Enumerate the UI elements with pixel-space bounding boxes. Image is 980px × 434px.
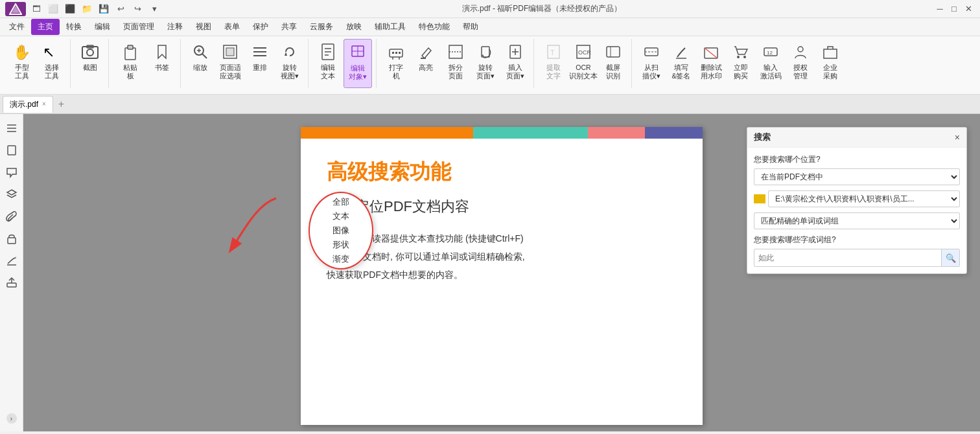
search-text-input[interactable]: [754, 251, 941, 265]
menu-present[interactable]: 放映: [340, 19, 368, 35]
search-submit-btn[interactable]: 🔍: [941, 249, 959, 266]
ribbon-clipboard-buttons: 粘贴板 书签: [114, 39, 176, 88]
pdf-page: 高级搜索功能 快速定位PDF文档内容 福昕PDF阅读器提供文本查找功能 (快捷键…: [301, 127, 703, 425]
paste-btn[interactable]: 粘贴板: [114, 39, 146, 88]
menu-view[interactable]: 视图: [189, 19, 218, 35]
menu-page-manage[interactable]: 页面管理: [117, 19, 161, 35]
sidebar-collapse-btn[interactable]: ›: [6, 413, 17, 424]
tb-redo-btn[interactable]: ↪: [131, 3, 144, 16]
restore-btn[interactable]: □: [948, 3, 961, 16]
authorize-btn[interactable]: 授权管理: [786, 39, 815, 88]
menu-annotate[interactable]: 注释: [161, 19, 189, 35]
menu-convert[interactable]: 转换: [60, 19, 88, 35]
menu-form[interactable]: 表单: [218, 19, 246, 35]
dropdown-image[interactable]: 图像: [310, 224, 372, 237]
menu-edit[interactable]: 编辑: [88, 19, 117, 35]
menu-feature[interactable]: 特色功能: [412, 19, 456, 35]
menu-help[interactable]: 帮助: [456, 19, 485, 35]
tb-undo-btn[interactable]: ↩: [114, 3, 127, 16]
tb-fullscreen-btn[interactable]: ⬛: [64, 3, 76, 16]
buy-btn[interactable]: 立即购买: [727, 39, 755, 88]
dropdown-circle: 全部 文本 图像 形状 渐变: [309, 192, 373, 269]
edit-object-btn[interactable]: 编辑对象▾: [344, 39, 372, 88]
extract-text-btn[interactable]: T 提取文字: [539, 39, 568, 88]
search-location-select[interactable]: 在当前PDF文档中: [754, 168, 960, 185]
menu-assist[interactable]: 辅助工具: [368, 19, 412, 35]
close-btn[interactable]: ✕: [962, 3, 975, 16]
menu-share[interactable]: 共享: [275, 19, 303, 35]
snapshot-btn[interactable]: 截图: [76, 39, 104, 88]
delete-watermark-btn[interactable]: 删除试用水印: [697, 39, 725, 88]
sidebar-icon-layers[interactable]: [3, 185, 21, 203]
ocr-icon: OCR: [573, 41, 594, 62]
menu-protect[interactable]: 保护: [246, 19, 275, 35]
ribbon-snapshot-buttons: 截图: [76, 39, 104, 88]
fit-page-btn[interactable]: 页面适应选项: [216, 39, 244, 88]
sidebar-icon-attachment[interactable]: [3, 207, 21, 225]
zoom-btn[interactable]: 缩放: [186, 39, 215, 88]
typewriter-btn[interactable]: 打字机: [382, 39, 410, 88]
search-path-select[interactable]: E:\黄宗松文件\入职资料\入职资料\员工...: [768, 190, 960, 207]
authorize-label: 授权管理: [793, 63, 808, 80]
dropdown-shape[interactable]: 形状: [310, 238, 372, 251]
tb-file-btn[interactable]: 📁: [80, 3, 93, 16]
rotate-view-btn[interactable]: 旋转视图▾: [275, 39, 304, 88]
select-tool-btn[interactable]: ↖ 选择工具: [38, 39, 66, 87]
tb-save-btn[interactable]: 💾: [97, 3, 110, 16]
tab-close-btn[interactable]: ×: [42, 101, 46, 108]
hand-tool-btn[interactable]: ✋ 手型工具: [8, 39, 36, 87]
split-icon: [445, 41, 466, 62]
screenshot-recog-btn[interactable]: 截屏识别: [599, 39, 627, 88]
sidebar-icon-page[interactable]: [3, 141, 21, 159]
insert-btn[interactable]: 插入页面▾: [501, 39, 530, 88]
pdf-tab[interactable]: 演示.pdf ×: [3, 96, 53, 113]
dropdown-gradient[interactable]: 渐变: [310, 253, 372, 266]
sidebar-icon-lock[interactable]: [3, 229, 21, 247]
split-btn[interactable]: 拆分页面: [441, 39, 470, 88]
fill-sign-btn[interactable]: 填写&签名: [667, 39, 695, 88]
tb-customize-btn[interactable]: ▾: [148, 3, 161, 16]
scan-btn[interactable]: 从扫描仪▾: [637, 39, 666, 88]
ribbon: ✋ 手型工具 ↖ 选择工具 截图: [0, 36, 980, 95]
ribbon-group-snapshot: 截图: [72, 39, 109, 88]
ribbon-tools-buttons: ✋ 手型工具 ↖ 选择工具: [8, 39, 66, 87]
svg-line-51: [705, 48, 718, 58]
input-activate-icon: 12: [760, 41, 781, 62]
tab-add-btn[interactable]: +: [56, 98, 67, 110]
split-label: 拆分页面: [449, 63, 463, 80]
bookmark-btn[interactable]: 书签: [148, 39, 176, 88]
dropdown-all[interactable]: 全部: [310, 196, 372, 209]
menu-cloud[interactable]: 云服务: [303, 19, 340, 35]
snapshot-label: 截图: [83, 63, 97, 72]
sidebar-icon-comment[interactable]: [3, 163, 21, 181]
search-close-btn[interactable]: ×: [955, 132, 960, 143]
search-match-select[interactable]: 匹配精确的单词或词组: [754, 212, 960, 229]
typewriter-label: 打字机: [389, 63, 403, 80]
extract-text-icon: T: [543, 41, 564, 62]
sidebar-icon-menu[interactable]: [3, 119, 21, 137]
menu-home[interactable]: 主页: [31, 19, 60, 35]
svg-text:12: 12: [767, 50, 773, 56]
menu-file[interactable]: 文件: [3, 19, 31, 35]
dropdown-text[interactable]: 文本: [310, 210, 372, 223]
tb-restore-btn[interactable]: ⬜: [47, 3, 60, 16]
tb-window-btn[interactable]: 🗔: [30, 3, 43, 16]
svg-rect-15: [226, 48, 234, 56]
highlight-btn[interactable]: 高亮: [412, 39, 440, 88]
input-activate-btn[interactable]: 12 输入激活码: [756, 39, 785, 88]
ribbon-typewriter-buttons: 打字机 高亮 拆分页面 旋转页面▾: [382, 39, 530, 88]
edit-text-btn[interactable]: 编辑文本: [314, 39, 342, 88]
search-header: 搜索 ×: [747, 128, 966, 148]
sidebar-icon-export[interactable]: [3, 273, 21, 291]
rotate-view-label: 旋转视图▾: [281, 63, 299, 80]
minimize-btn[interactable]: ─: [933, 3, 946, 16]
enterprise-btn[interactable]: 企业采购: [816, 39, 845, 88]
rotate-page-btn[interactable]: 旋转页面▾: [471, 39, 500, 88]
buy-icon: [730, 41, 751, 62]
tab-label: 演示.pdf: [10, 99, 38, 110]
ocr-btn[interactable]: OCR OCR识别文本: [569, 39, 598, 88]
sidebar-icon-sign[interactable]: [3, 251, 21, 269]
screenshot-recog-label: 截屏识别: [606, 63, 620, 80]
reorder-btn[interactable]: 重排: [246, 39, 274, 88]
search-path-row: E:\黄宗松文件\入职资料\入职资料\员工...: [754, 190, 960, 207]
